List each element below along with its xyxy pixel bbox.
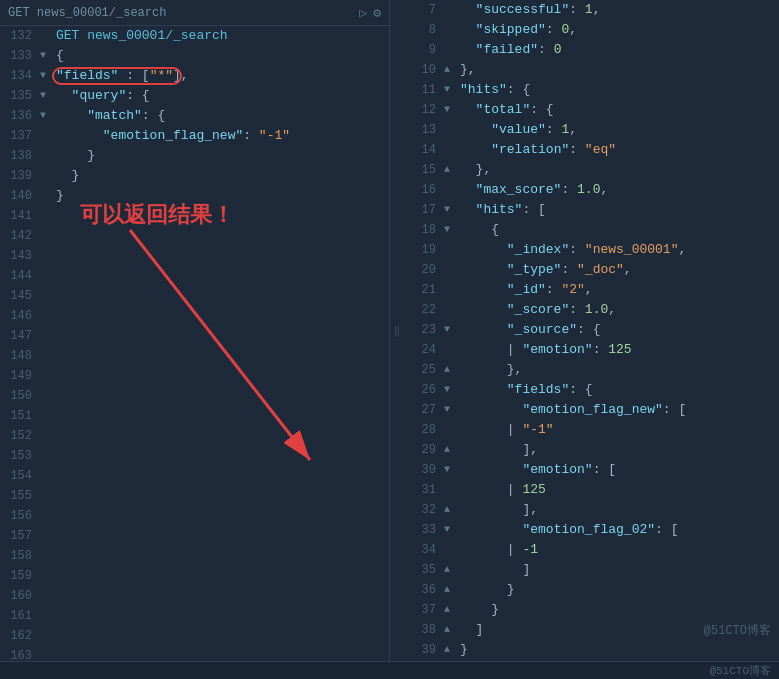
code-content: } [54,166,389,186]
table-row: 138 } [0,146,389,166]
fold-arrow[interactable]: ▼ [444,520,458,540]
left-pane-header: GET news_00001/_search ▷ ⚙ [0,0,389,26]
line-number: 152 [0,426,40,446]
fold-arrow[interactable]: ▲ [444,440,458,460]
table-row: 150 [0,386,389,406]
table-row: 162 [0,626,389,646]
table-row: 34 | -1 [404,540,779,560]
fold-arrow[interactable]: ▼ [444,460,458,480]
table-row: 137 "emotion_flag_new": "-1" [0,126,389,146]
settings-icon[interactable]: ⚙ [373,5,381,21]
fold-arrow[interactable]: ▼ [444,80,458,100]
table-row: 153 [0,446,389,466]
table-row: 26 ▼ "fields": { [404,380,779,400]
code-content: "value": 1, [458,120,779,140]
table-row: 27 ▼ "emotion_flag_new": [ [404,400,779,420]
code-content: "successful": 1, [458,0,779,20]
table-row: 157 [0,526,389,546]
line-number: 149 [0,366,40,386]
fold-arrow[interactable]: ▲ [444,580,458,600]
line-number: 162 [0,626,40,646]
table-row: 143 [0,246,389,266]
line-number: 26 [404,380,444,400]
line-number: 27 [404,400,444,420]
table-row: 155 [0,486,389,506]
table-row: 22 "_score": 1.0, [404,300,779,320]
code-content: }, [458,360,779,380]
code-content: } [458,580,779,600]
code-content: { [458,220,779,240]
fold-arrow[interactable]: ▼ [40,66,54,86]
fold-arrow[interactable]: ▲ [444,560,458,580]
table-row: 23 ▼ "_source": { [404,320,779,340]
line-number: 8 [404,20,444,40]
fold-arrow[interactable]: ▼ [40,86,54,106]
table-row: 7 "successful": 1, [404,0,779,20]
play-icon[interactable]: ▷ [359,5,367,21]
code-content: "emotion_flag_new": [ [458,400,779,420]
fold-arrow[interactable]: ▼ [40,46,54,66]
line-number: 159 [0,566,40,586]
line-number: 153 [0,446,40,466]
fold-arrow[interactable]: ▲ [444,160,458,180]
line-number: 144 [0,266,40,286]
fold-arrow[interactable]: ▲ [444,640,458,660]
fold-arrow[interactable]: ▼ [444,400,458,420]
code-content: "emotion_flag_new": "-1" [54,126,389,146]
code-content: | "emotion": 125 [458,340,779,360]
line-number: 135 [0,86,40,106]
fold-arrow[interactable]: ▲ [444,500,458,520]
line-number: 160 [0,586,40,606]
line-number: 35 [404,560,444,580]
line-number: 9 [404,40,444,60]
line-number: 134 [0,66,40,86]
table-row: 135 ▼ "query": { [0,86,389,106]
table-row: 12 ▼ "total": { [404,100,779,120]
fold-arrow[interactable]: ▼ [444,320,458,340]
table-row: 163 [0,646,389,661]
table-row: 33 ▼ "emotion_flag_02": [ [404,520,779,540]
bottom-bar: @51CTO博客 [0,661,779,679]
code-content: } [458,660,779,661]
fold-arrow[interactable]: ▼ [444,200,458,220]
line-number: 148 [0,346,40,366]
code-content: } [458,600,779,620]
code-content: "_index": "news_00001", [458,240,779,260]
fold-arrow[interactable]: ▲ [444,600,458,620]
table-row: 11 ▼ "hits": { [404,80,779,100]
fold-arrow[interactable]: ▼ [444,380,458,400]
table-row: 10 ▲ }, [404,60,779,80]
pane-divider[interactable]: ‖ [390,0,404,661]
table-row: 151 [0,406,389,426]
fold-arrow[interactable]: ▲ [444,360,458,380]
table-row: 18 ▼ { [404,220,779,240]
code-content: } [54,186,389,206]
code-content: GET news_00001/_search [54,26,389,46]
code-content: "_type": "_doc", [458,260,779,280]
fold-arrow[interactable]: ▼ [40,106,54,126]
line-number: 11 [404,80,444,100]
line-number: 145 [0,286,40,306]
table-row: 28 | "-1" [404,420,779,440]
table-row: 159 [0,566,389,586]
code-content: "match": { [54,106,389,126]
fold-arrow[interactable]: ▲ [444,60,458,80]
line-number: 15 [404,160,444,180]
fold-arrow[interactable]: ▲ [444,620,458,640]
left-header-icons: ▷ ⚙ [359,5,381,21]
line-number: 16 [404,180,444,200]
fold-arrow[interactable]: ▼ [444,100,458,120]
line-number: 14 [404,140,444,160]
line-number: 151 [0,406,40,426]
table-row: 15 ▲ }, [404,160,779,180]
line-number: 20 [404,260,444,280]
fold-arrow[interactable]: ▼ [444,220,458,240]
code-content: "failed": 0 [458,40,779,60]
line-number: 29 [404,440,444,460]
code-content: | "-1" [458,420,779,440]
table-row: 20 "_type": "_doc", [404,260,779,280]
line-number: 38 [404,620,444,640]
code-content: "skipped": 0, [458,20,779,40]
code-content: "max_score": 1.0, [458,180,779,200]
line-number: 22 [404,300,444,320]
